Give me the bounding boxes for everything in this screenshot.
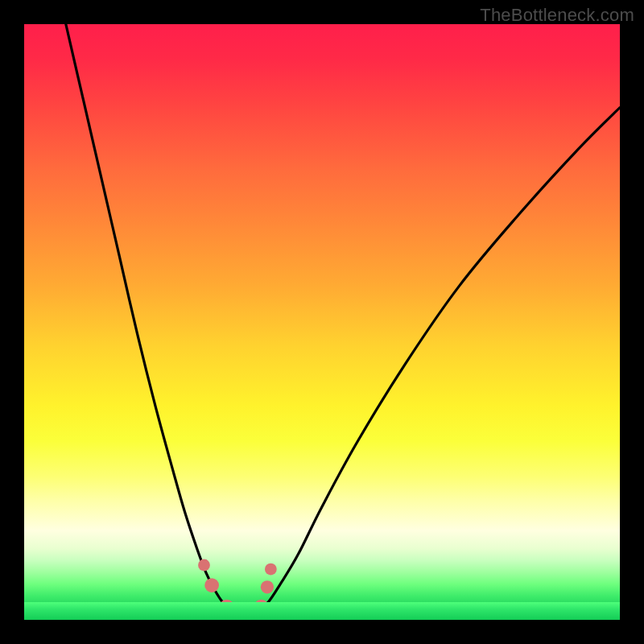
- left-marker-upper: [198, 559, 210, 572]
- right-marker-lower: [261, 580, 274, 593]
- plot-area: [24, 24, 620, 620]
- right-marker-upper: [265, 564, 277, 576]
- chart-svg: [24, 24, 620, 620]
- watermark-text: TheBottleneck.com: [480, 5, 634, 26]
- left-marker-lower: [204, 578, 219, 592]
- chart-frame: TheBottleneck.com: [0, 0, 644, 644]
- green-band: [24, 602, 620, 620]
- curve-right-curve: [259, 108, 620, 609]
- curve-left-curve: [66, 24, 230, 609]
